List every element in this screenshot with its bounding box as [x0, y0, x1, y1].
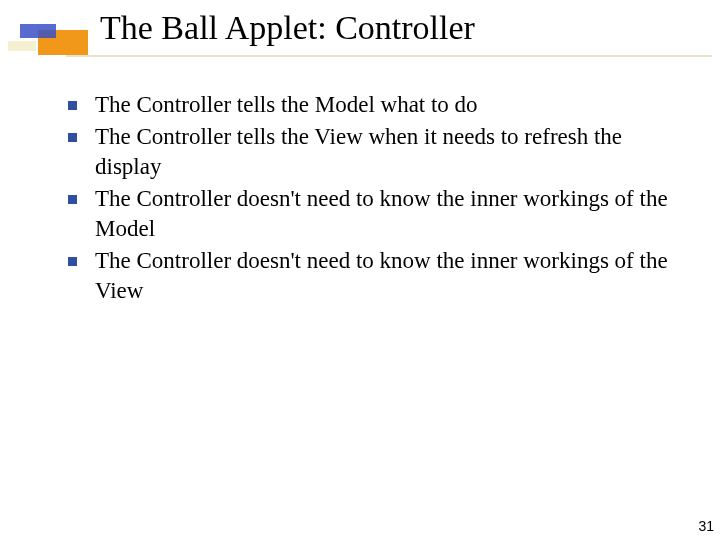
list-item: The Controller tells the View when it ne… [68, 122, 678, 182]
page-number: 31 [698, 518, 714, 534]
title-underline [66, 55, 712, 57]
bullet-text: The Controller tells the View when it ne… [95, 122, 678, 182]
decor-blue-block-icon [20, 24, 56, 38]
slide-body: The Controller tells the Model what to d… [68, 90, 678, 308]
slide-title: The Ball Applet: Controller [100, 8, 475, 48]
square-bullet-icon [68, 195, 77, 204]
bullet-text: The Controller doesn't need to know the … [95, 246, 678, 306]
decor-ivory-block-icon [8, 41, 36, 51]
square-bullet-icon [68, 133, 77, 142]
square-bullet-icon [68, 101, 77, 110]
bullet-text: The Controller doesn't need to know the … [95, 184, 678, 244]
slide: The Ball Applet: Controller The Controll… [0, 0, 720, 540]
list-item: The Controller doesn't need to know the … [68, 184, 678, 244]
bullet-text: The Controller tells the Model what to d… [95, 90, 478, 120]
list-item: The Controller tells the Model what to d… [68, 90, 678, 120]
list-item: The Controller doesn't need to know the … [68, 246, 678, 306]
square-bullet-icon [68, 257, 77, 266]
